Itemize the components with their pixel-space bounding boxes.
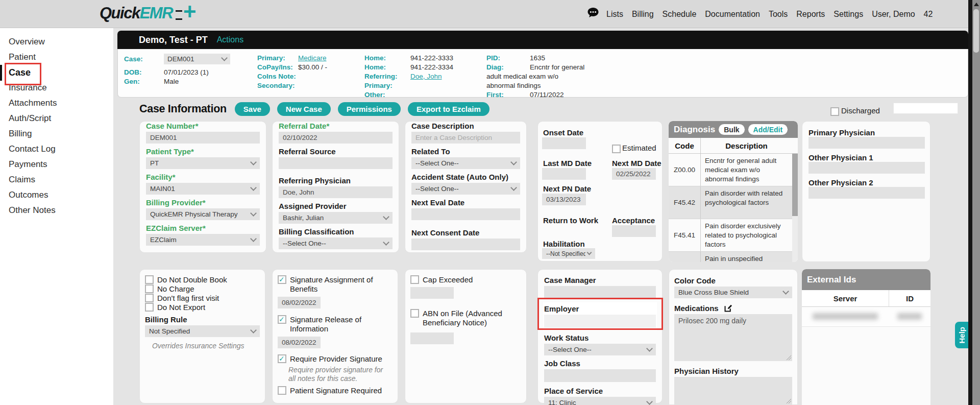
- other-physician1-input[interactable]: [808, 162, 925, 174]
- other-physician2-input[interactable]: [808, 187, 925, 199]
- assigned-provider-label: Assigned Provider: [279, 202, 393, 210]
- new-case-button[interactable]: New Case: [277, 102, 331, 116]
- sidebar-item-outcomes[interactable]: Outcomes: [0, 187, 113, 203]
- nav-count-badge[interactable]: 42: [924, 10, 933, 19]
- sidebar-item-claims[interactable]: Claims: [0, 172, 113, 187]
- sidebar-item-auth-script[interactable]: Auth/Script: [0, 111, 113, 126]
- next-md-date-input[interactable]: 02/25/2022: [612, 168, 656, 180]
- primary-physician-input[interactable]: [808, 137, 925, 149]
- diagnosis-row[interactable]: F45.42 Pain disorder with related psycho…: [669, 186, 792, 219]
- nav-tools[interactable]: Tools: [769, 10, 788, 19]
- case-number-input[interactable]: DEM001: [146, 132, 260, 144]
- nav-settings[interactable]: Settings: [834, 10, 863, 19]
- estimated-checkbox[interactable]: [612, 145, 621, 153]
- diagnosis-row[interactable]: Z00.00 Encntr for general adult medical …: [669, 154, 792, 186]
- patient-type-select[interactable]: PT: [146, 157, 260, 169]
- sidebar-item-case[interactable]: Case: [0, 65, 113, 80]
- discharged-checkbox[interactable]: [830, 107, 839, 116]
- next-eval-date-input[interactable]: [411, 208, 520, 220]
- diagnosis-row[interactable]: Pain in unspecified: [669, 252, 792, 262]
- require-provider-signature-checkbox[interactable]: [278, 354, 286, 363]
- job-class-input[interactable]: [544, 369, 656, 382]
- patient-signature-required-checkbox[interactable]: [278, 386, 286, 395]
- next-md-date-label: Next MD Date: [612, 159, 662, 168]
- bulk-button[interactable]: Bulk: [719, 124, 744, 135]
- ezclaim-server-select[interactable]: EZClaim: [146, 234, 260, 246]
- add-edit-button[interactable]: Add/Edit: [748, 124, 788, 135]
- habilitation-select[interactable]: --Not Specified--: [542, 248, 595, 259]
- page-scrollbar[interactable]: [972, 0, 980, 405]
- billing-provider-select[interactable]: QuickEMR Physical Therapy: [146, 208, 260, 220]
- sidebar-item-billing[interactable]: Billing: [0, 126, 113, 141]
- abn-input[interactable]: [410, 332, 454, 344]
- edit-medications-icon[interactable]: [724, 304, 732, 313]
- diagnosis-scrollbar-thumb[interactable]: [792, 154, 798, 216]
- last-md-date-input[interactable]: [542, 168, 586, 180]
- case-select[interactable]: DEM001: [164, 54, 230, 64]
- external-ids-title: External Ids: [807, 275, 856, 285]
- referral-date-input[interactable]: 02/10/2022: [279, 132, 393, 144]
- sidebar-item-payments[interactable]: Payments: [0, 157, 113, 172]
- signature-release-checkbox[interactable]: [278, 315, 286, 324]
- signature-release-date-input[interactable]: 08/02/2022: [278, 337, 321, 348]
- referral-source-input[interactable]: [279, 157, 393, 169]
- billing-classification-select[interactable]: --Select One--: [279, 237, 393, 249]
- resize-handle[interactable]: [787, 355, 791, 360]
- medications-textarea[interactable]: Prilosec 200 mg daily: [674, 314, 792, 361]
- nav-billing[interactable]: Billing: [632, 10, 654, 19]
- save-button[interactable]: Save: [235, 102, 270, 116]
- diagnosis-scrollbar[interactable]: [792, 154, 798, 262]
- do-not-double-book-checkbox[interactable]: [145, 275, 154, 284]
- onset-date-input[interactable]: [542, 137, 586, 149]
- external-id-row[interactable]: [802, 307, 930, 327]
- sidebar-item-contact-log[interactable]: Contact Log: [0, 141, 113, 157]
- no-charge-checkbox[interactable]: [145, 284, 154, 293]
- physician-history-textarea[interactable]: [674, 377, 792, 404]
- resize-handle[interactable]: [787, 399, 791, 403]
- accident-state-select[interactable]: --Select One--: [411, 183, 520, 195]
- color-code-select[interactable]: Blue Cross Blue Shield: [674, 287, 792, 298]
- diagnosis-row[interactable]: F45.41 Pain disorder exclusively related…: [669, 219, 792, 252]
- sidebar-item-other-notes[interactable]: Other Notes: [0, 203, 113, 218]
- work-status-select[interactable]: --Select One--: [544, 344, 656, 355]
- help-button[interactable]: Help: [955, 322, 968, 348]
- sidebar-item-attachments[interactable]: Attachments: [0, 96, 113, 111]
- signature-assignment-date-input[interactable]: 08/02/2022: [278, 297, 321, 308]
- sidebar-item-overview[interactable]: Overview: [0, 34, 113, 50]
- referring-physician-link[interactable]: Doe, John: [410, 72, 442, 81]
- nav-documentation[interactable]: Documentation: [705, 10, 760, 19]
- quickemr-app: QuickEMR+ Lists Billing Schedule Documen…: [0, 0, 980, 405]
- assigned-provider-select[interactable]: Bashir, Julian: [279, 212, 393, 224]
- chat-bubble-icon[interactable]: [587, 7, 599, 19]
- permissions-button[interactable]: Permissions: [338, 102, 401, 116]
- scrollbar-up-arrow[interactable]: [974, 3, 979, 6]
- scrollbar-thumb[interactable]: [973, 9, 979, 53]
- facility-select[interactable]: MAIN01: [146, 183, 260, 195]
- primary-ins-link[interactable]: Medicare: [298, 54, 327, 63]
- sidebar-item-patient[interactable]: Patient: [0, 50, 113, 65]
- nav-reports[interactable]: Reports: [796, 10, 825, 19]
- actions-link[interactable]: Actions: [217, 35, 243, 44]
- referring-physician-input[interactable]: Doe, John: [279, 186, 393, 198]
- abn-on-file-checkbox[interactable]: [410, 309, 419, 318]
- employer-input[interactable]: [544, 315, 656, 328]
- cap-exceeded-input[interactable]: [410, 287, 454, 299]
- place-of-service-select[interactable]: 11: Clinic: [544, 397, 656, 405]
- next-pn-date-input[interactable]: 03/13/2023: [542, 194, 586, 205]
- do-not-export-checkbox[interactable]: [145, 303, 154, 312]
- case-manager-input[interactable]: [544, 286, 656, 298]
- export-ezclaim-button[interactable]: Export to Ezclaim: [408, 102, 489, 116]
- signature-assignment-checkbox[interactable]: [278, 275, 286, 284]
- case-description-input[interactable]: Enter a Case Description: [411, 132, 520, 144]
- sidebar-item-insurance[interactable]: Insurance: [0, 80, 113, 96]
- discharge-date-input[interactable]: [893, 103, 958, 114]
- nav-schedule[interactable]: Schedule: [663, 10, 697, 19]
- cap-exceeded-checkbox[interactable]: [410, 275, 419, 284]
- billing-rule-select[interactable]: Not Specified: [145, 325, 260, 337]
- acceptance-input[interactable]: [612, 225, 656, 237]
- next-consent-date-input[interactable]: [411, 239, 520, 250]
- related-to-select[interactable]: --Select One--: [411, 157, 520, 169]
- nav-user[interactable]: User, Demo: [872, 10, 915, 19]
- nav-lists[interactable]: Lists: [606, 10, 623, 19]
- dont-flag-first-visit-checkbox[interactable]: [145, 294, 154, 302]
